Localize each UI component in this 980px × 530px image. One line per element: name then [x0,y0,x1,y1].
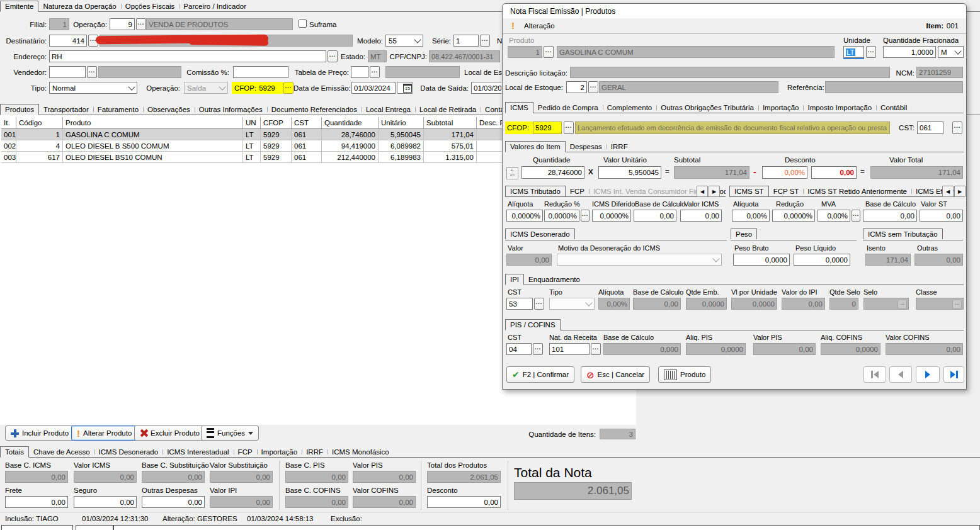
calculator-grid-icon[interactable]: +-×= [506,167,518,179]
tab-totais[interactable]: Totais [0,446,29,458]
tab-fcp[interactable]: FCP [566,186,589,196]
local-estoque-lookup-button[interactable] [588,81,598,93]
icms-valor-field[interactable]: 0,00 [680,210,722,222]
classe-lookup-button[interactable] [952,300,962,309]
tab-despesas[interactable]: Despesas [566,142,607,152]
outras-despesas-field[interactable]: 0,00 [142,496,205,508]
confirmar-button[interactable]: ✔ F2 | Confirmar [506,366,574,383]
tab-transportador[interactable]: Transportador [39,104,93,115]
tab-icms[interactable]: ICMS [505,102,533,113]
tab-irrf[interactable]: IRRF [302,447,328,457]
cancelar-button[interactable]: ⊘ Esc | Cancelar [581,366,650,383]
tab-opcoes-fiscais[interactable]: Opções Fiscais [121,1,179,11]
tab-icms-tributado[interactable]: ICMS Tributado [505,186,566,197]
icms-diferido-field[interactable]: 0,0000% [592,210,631,222]
qtd-fracionada-unit-select[interactable]: M [938,46,964,58]
tab-icms-st[interactable]: ICMS ST [729,186,769,197]
cfop-lookup-button[interactable] [564,121,574,134]
suframa-checkbox[interactable] [299,20,307,28]
tab-scroll-left-icon[interactable]: ◀ [697,186,708,197]
nav-prev-button[interactable] [889,366,912,383]
data-emissao-field[interactable]: 01/03/2024 [351,82,396,94]
pis-cst-field[interactable]: 04 [506,343,532,355]
tab-importacao[interactable]: Importação [758,103,804,113]
tab-scroll-left-icon[interactable]: ◀ [942,186,954,197]
col-header-cst[interactable]: CST [292,117,322,129]
serie-lookup-button[interactable] [480,35,490,47]
col-header-it[interactable]: It. [1,117,16,129]
tab-imposto-importacao[interactable]: Imposto Importação [803,103,876,113]
tab-icms-monofasico[interactable]: ICMS Monofásico [328,447,394,457]
ipi-cst-field[interactable]: 53 [506,298,533,310]
comissao-field[interactable] [233,66,288,78]
cst-field[interactable]: 061 [917,121,943,134]
tab-fcp-st[interactable]: FCP ST [769,186,804,196]
icms-reducao-field[interactable]: 0,0000% [544,210,579,222]
tab-outras-obrigacoes[interactable]: Outras Obrigações Tributária [656,103,758,113]
vendedor-lookup-button[interactable] [87,66,97,78]
nav-first-button[interactable] [863,366,886,383]
desconto-pct-field[interactable]: 0,00% [762,166,807,179]
tab-ipi[interactable]: IPI [505,274,524,285]
data-saida-field[interactable]: 01/03/202 [471,82,501,94]
desconto-total-field[interactable]: 0,00 [427,496,501,508]
cfop-lookup-button[interactable] [283,82,293,94]
tab-scroll-right-icon[interactable]: ▶ [954,186,966,197]
tab-contabil[interactable]: Contábil [876,103,911,113]
frete-field[interactable]: 0,00 [5,496,68,508]
dialog-titlebar[interactable]: Nota Fiscal Emissão | Produtos [503,4,966,18]
quantidade-field[interactable]: 28,746000 [521,166,584,179]
ipi-cst-lookup-button[interactable] [534,298,544,310]
col-header-subtotal[interactable]: Subtotal [424,117,477,129]
col-header-un[interactable]: UN [243,117,261,129]
tab-icms-desonerado[interactable]: ICMS Desonerado [94,447,163,457]
tab-icms-desonerado[interactable]: ICMS Desonerado [505,228,575,239]
tab-parceiro-indicador[interactable]: Parceiro / Indicador [179,1,251,11]
tabela-preco-field[interactable] [351,66,368,78]
local-estoque-code-field[interactable]: 2 [566,81,587,93]
tab-observacoes[interactable]: Observações [143,104,195,115]
unidade-lookup-button[interactable] [866,46,876,58]
reducao-lookup-button[interactable] [581,210,590,222]
tab-scroll-right-icon[interactable]: ▶ [709,186,720,197]
tab-icms-sem-tributacao[interactable]: ICMS sem Tributação [863,228,943,239]
tab-enquadramento[interactable]: Enquadramento [524,274,584,285]
peso-bruto-field[interactable]: 0,0000 [733,254,790,266]
mva-lookup-button[interactable] [852,210,860,222]
qtd-fracionada-field[interactable]: 1,0000 [883,46,936,58]
icms-aliquota-field[interactable]: 0,0000% [506,210,543,222]
nav-last-button[interactable] [943,366,964,383]
col-header-quantidade[interactable]: Quantidade [322,117,379,129]
nat-receita-lookup-button[interactable] [591,343,601,355]
desconto-valor-field[interactable]: 0,00 [811,166,857,179]
operacao-field[interactable]: 9 [110,18,135,30]
tab-pedido-compra[interactable]: Pedido de Compra [533,103,603,113]
modelo-select[interactable]: 55 [385,35,423,47]
tab-pis-cofins[interactable]: PIS / COFINS [505,319,561,330]
tabela-preco-lookup-button[interactable] [370,66,380,78]
tab-outras-informacoes[interactable]: Outras Informações [195,104,267,115]
tab-produtos[interactable]: Produtos [0,104,39,115]
nav-next-button[interactable] [916,366,940,383]
tab-documento-referenciados[interactable]: Documento Referenciados [267,104,362,115]
tab-irrf[interactable]: IRRF [607,142,632,152]
nat-receita-field[interactable]: 101 [549,343,590,355]
funcoes-button[interactable]: Funções [201,426,259,441]
tab-importacao[interactable]: Importação [257,447,302,457]
cst-lookup-button[interactable] [952,121,962,134]
serie-field[interactable]: 1 [453,35,479,47]
tab-valores-item[interactable]: Valores do Item [505,141,566,152]
tab-complemento[interactable]: Complemento [603,103,657,113]
tab-faturamento[interactable]: Faturamento [93,104,143,115]
st-valor-field[interactable]: 0,00 [920,210,963,222]
incluir-produto-button[interactable]: Incluir Produto [5,426,74,441]
tab-local-entrega[interactable]: Local Entrega [362,104,415,115]
col-header-produto[interactable]: Produto [63,117,243,129]
destinatario-field[interactable]: 414 [49,35,87,47]
cfop-value[interactable]: 5929 [259,84,275,92]
seguro-field[interactable]: 0,00 [74,496,137,508]
excluir-produto-button[interactable]: Excluir Produto [134,426,205,441]
tab-icms-st-retido[interactable]: ICMS ST Retido Anteriormente [803,186,911,196]
col-header-codigo[interactable]: Código [16,117,63,129]
tab-natureza-operacao[interactable]: Natureza da Operação [38,1,120,11]
